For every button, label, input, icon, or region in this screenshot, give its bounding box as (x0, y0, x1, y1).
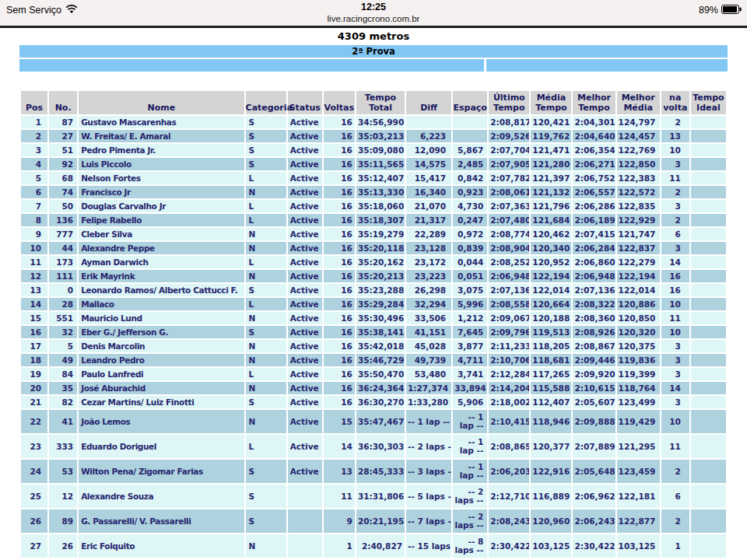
cell-ultimo_tempo: 2:08,558 (489, 298, 529, 310)
cell-diff: 23,223 (406, 270, 451, 282)
cell-media_tempo: 121,471 (531, 144, 571, 156)
cell-voltas: 16 (324, 242, 355, 254)
column-header-no: No. (49, 91, 77, 114)
cell-pos: 23 (21, 435, 47, 458)
cell-tempo_ideal (691, 326, 726, 338)
info-bar (19, 59, 728, 72)
cell-melhor_media: 121,295 (617, 435, 660, 458)
cell-tempo_ideal (691, 410, 726, 433)
cell-melhor_tempo: 2:05,648 (573, 460, 615, 483)
table-row: 351Pedro Pimenta Jr.SActive1635:09,08012… (21, 144, 726, 156)
battery-percent: 89% (699, 5, 718, 16)
table-row: 1984Paulo LanfrediLActive1635:50,47053,4… (21, 368, 726, 380)
table-row: 2182Cezar Martins/ Luiz FinottiSActive16… (21, 396, 726, 408)
cell-ultimo_tempo: 2:06,203 (489, 460, 529, 483)
cell-media_tempo: 122,194 (531, 270, 571, 282)
column-header-tempo_total: Tempo Total (356, 91, 405, 114)
cell-diff: 49,739 (406, 354, 451, 366)
cell-no: 5 (49, 340, 77, 352)
cell-na_volta: 3 (661, 242, 689, 254)
cell-no: 28 (49, 298, 77, 310)
cell-nome: Nelson Fortes (79, 172, 244, 184)
cell-pos: 17 (21, 340, 47, 352)
cell-tempo_total: 35:09,080 (356, 144, 405, 156)
cell-melhor_tempo: 2:08,322 (573, 298, 615, 310)
cell-categoria: L (246, 214, 286, 226)
cell-media_tempo: 119,513 (531, 326, 571, 338)
cell-voltas: 16 (324, 172, 355, 184)
cell-no: 27 (49, 130, 77, 142)
cell-tempo_total: 36:24,364 (356, 382, 405, 394)
cell-media_tempo: 121,397 (531, 172, 571, 184)
cell-nome: Cezar Martins/ Luiz Finotti (79, 396, 244, 408)
cell-no: 32 (49, 326, 77, 338)
table-row: 175Denis MarcolinNActive1635:42,01845,02… (21, 340, 726, 352)
cell-categoria: S (246, 144, 286, 156)
cell-na_volta: 11 (661, 312, 689, 324)
cell-media_tempo: 118,681 (531, 354, 571, 366)
cell-melhor_tempo: 2:06,752 (573, 172, 615, 184)
address-bar[interactable]: live.racingcrono.com.br (0, 14, 747, 23)
cell-no: 84 (49, 368, 77, 380)
cell-ultimo_tempo: 2:09,796 (489, 326, 529, 338)
cell-tempo_total: 35:12,407 (356, 172, 405, 184)
cell-voltas: 16 (324, 340, 355, 352)
cell-pos: 20 (21, 382, 47, 394)
cell-melhor_tempo: 2:09,446 (573, 354, 615, 366)
cell-nome: Gustavo Mascarenhas (79, 116, 244, 128)
prova-header-bar: 2ª Prova (19, 45, 728, 58)
cell-espaco: -- 1 lap -- (453, 410, 487, 433)
cell-media_tempo: 120,377 (531, 435, 571, 458)
cell-voltas: 16 (324, 130, 355, 142)
cell-nome: Eduardo Doriguel (79, 435, 244, 458)
cell-media_tempo: 120,664 (531, 298, 571, 310)
cell-categoria: N (246, 382, 286, 394)
cell-voltas: 16 (324, 284, 355, 296)
cell-diff: 32,294 (406, 298, 451, 310)
cell-espaco: 5,996 (453, 298, 487, 310)
cell-melhor_tempo: 2:07,415 (573, 228, 615, 240)
cell-diff: 16,340 (406, 186, 451, 198)
cell-tempo_total: 35:30,496 (356, 312, 405, 324)
cell-diff: 33,506 (406, 312, 451, 324)
cell-nome: Luis Piccolo (79, 158, 244, 170)
cell-media_tempo: 116,889 (531, 485, 571, 508)
cell-categoria: L (246, 256, 286, 268)
cell-nome: Alexandre Peppe (79, 242, 244, 254)
cell-diff: 12,090 (406, 144, 451, 156)
cell-media_tempo: 120,960 (531, 509, 571, 533)
cell-no: 136 (49, 214, 77, 226)
cell-tempo_ideal (691, 534, 726, 558)
cell-ultimo_tempo: 2:11,233 (489, 340, 529, 352)
cell-ultimo_tempo: 2:18,002 (489, 396, 529, 408)
table-row: 750Douglas Carvalho JrLActive1635:18,060… (21, 200, 726, 212)
cell-nome: Eric Folquito (79, 534, 244, 558)
cell-melhor_media: 122,383 (617, 172, 660, 184)
cell-ultimo_tempo: 2:08,904 (489, 242, 529, 254)
cell-nome: Alexandre Souza (79, 485, 244, 508)
cell-espaco: 5,906 (453, 396, 487, 408)
cell-tempo_total: 2:40,827 (356, 534, 405, 558)
cell-melhor_tempo: 2:06,243 (573, 509, 615, 533)
table-row: 568Nelson FortesLActive1635:12,40715,417… (21, 172, 726, 184)
cell-media_tempo: 121,132 (531, 186, 571, 198)
cell-melhor_tempo: 2:08,926 (573, 326, 615, 338)
table-row: 11173Ayman DarwichLActive1635:20,16223,1… (21, 256, 726, 268)
cell-na_volta: 16 (661, 284, 689, 296)
cell-tempo_total: 35:20,162 (356, 256, 405, 268)
cell-melhor_tempo: 2:06,354 (573, 144, 615, 156)
cell-na_volta: 14 (661, 382, 689, 394)
cell-espaco: 4,730 (453, 200, 487, 212)
cell-categoria: N (246, 186, 286, 198)
cell-status: Active (288, 368, 322, 380)
cell-melhor_tempo: 2:07,889 (573, 435, 615, 458)
cell-melhor_tempo: 2:06,271 (573, 158, 615, 170)
cell-no: 82 (49, 396, 77, 408)
cell-pos: 13 (21, 284, 47, 296)
table-row: 12111Erik MayrinkNActive1635:20,21323,22… (21, 270, 726, 282)
cell-tempo_ideal (691, 270, 726, 282)
cell-media_tempo: 119,762 (531, 130, 571, 142)
cell-no: 26 (49, 534, 77, 558)
cell-media_tempo: 112,407 (531, 396, 571, 408)
cell-melhor_media: 123,499 (617, 396, 660, 408)
